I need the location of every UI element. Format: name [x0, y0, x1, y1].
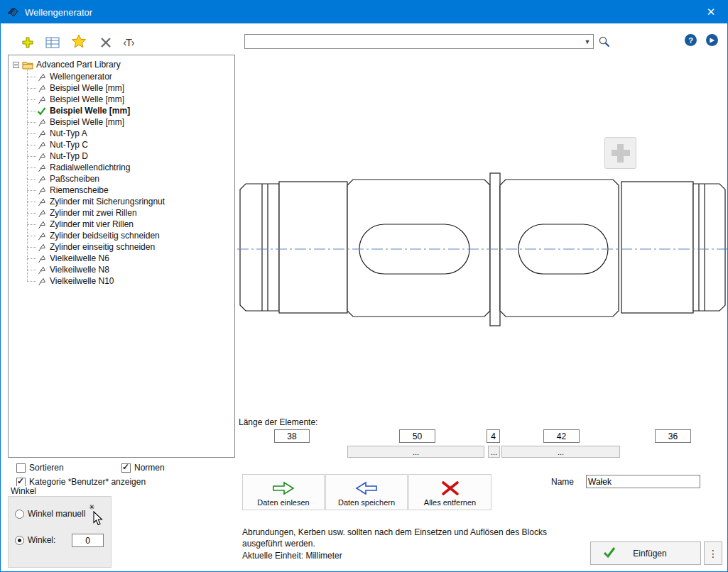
length-input-1[interactable] [274, 429, 310, 443]
part-flag-icon [37, 265, 47, 275]
winkel-value-radio[interactable] [15, 536, 24, 545]
app-icon [6, 6, 21, 18]
name-label: Name [551, 477, 574, 487]
add-part-button[interactable] [19, 34, 36, 51]
tree-connector [27, 270, 36, 270]
kategorie-checkbox[interactable] [16, 478, 26, 487]
length-input-4[interactable] [543, 429, 580, 443]
tree-item[interactable]: Beispiel Welle [mm] [13, 116, 233, 128]
tree-item[interactable]: Nut-Typ D [13, 150, 233, 162]
combo-dropdown-arrow-icon[interactable]: ▼ [582, 35, 593, 48]
tree-item[interactable]: Riemenscheibe [13, 185, 233, 196]
table-view-button[interactable] [44, 34, 61, 51]
daten-speichern-label: Daten speichern [338, 498, 395, 507]
help-button[interactable]: ? [685, 34, 697, 46]
winkel-manuell-label: Winkel manuell [28, 509, 85, 519]
length-input-3[interactable] [487, 429, 500, 443]
tree-item-label: Beispiel Welle [mm] [50, 94, 124, 104]
sortieren-checkbox[interactable] [16, 463, 26, 473]
winkel-manuell-radio[interactable] [15, 510, 24, 519]
part-flag-icon [37, 197, 47, 207]
sortieren-option[interactable]: Sortieren [16, 463, 64, 473]
tree-item[interactable]: Zylinder mit vier Rillen [13, 219, 233, 230]
kategorie-option[interactable]: Kategorie *Benutzer* anzeigen [16, 477, 146, 487]
star-icon [71, 33, 87, 49]
part-flag-icon [37, 163, 47, 172]
tree-item[interactable]: Zylinder einseitig schneiden [13, 241, 233, 253]
winkel-value-input[interactable] [72, 534, 104, 547]
element3-options-button[interactable]: ... [488, 446, 500, 458]
einfuegen-button[interactable]: Einfügen [590, 541, 701, 565]
search-input[interactable] [245, 35, 582, 48]
collapse-icon[interactable] [13, 62, 19, 68]
part-library-tree[interactable]: Advanced Part Library WellengeneratorBei… [8, 55, 235, 458]
title-bar: Wellengenerator ✕ [1, 1, 727, 23]
tree-item-label: Radialwellendichtring [50, 163, 130, 172]
tree-item[interactable]: Vielkeilwelle N8 [13, 264, 233, 275]
tree-connector [27, 167, 36, 168]
part-flag-icon [37, 220, 47, 229]
winkel-group-label: Winkel [9, 486, 38, 496]
element4-options-button[interactable]: ... [501, 446, 620, 458]
name-input[interactable] [586, 475, 700, 488]
demo-button[interactable]: ▶ [706, 34, 718, 46]
part-flag-icon [37, 129, 47, 138]
winkel-manuell-option[interactable]: Winkel manuell [15, 509, 85, 519]
tree-item[interactable]: Vielkeilwelle N10 [13, 275, 233, 287]
close-button[interactable]: ✕ [695, 1, 727, 23]
tree-item[interactable]: Zylinder mit Sicherungsringnut [13, 196, 233, 207]
lengths-label: Länge der Elemente: [239, 417, 317, 427]
tree-item[interactable]: Wellengenerator [13, 71, 233, 82]
daten-speichern-button[interactable]: Daten speichern [325, 474, 408, 510]
tree-item[interactable]: Paßscheiben [13, 173, 233, 185]
kategorie-label: Kategorie *Benutzer* anzeigen [29, 477, 146, 487]
daten-einlesen-label: Daten einlesen [257, 498, 309, 507]
tree-item[interactable]: Radialwellendichtring [13, 162, 233, 173]
part-flag-icon [37, 209, 47, 218]
tree-connector [27, 281, 36, 282]
daten-einlesen-button[interactable]: Daten einlesen [242, 474, 325, 510]
length-input-5[interactable] [655, 429, 691, 443]
text-tool-button[interactable]: ‹T› [120, 34, 137, 51]
hint-text: Abrundungen, Kerben usw. sollten nach de… [242, 527, 547, 549]
tree-connector [27, 145, 36, 145]
tree-connector [27, 213, 36, 214]
more-options-button[interactable]: ⋮ [704, 541, 722, 565]
question-icon: ? [688, 36, 693, 45]
unit-text: Aktuelle Einheit: Millimeter [242, 551, 342, 561]
element2-options-button[interactable]: ... [347, 446, 484, 458]
tree-item-selected[interactable]: Beispiel Welle [mm] [13, 105, 233, 116]
part-flag-icon [37, 231, 47, 241]
add-element-button[interactable] [604, 137, 636, 169]
tree-item-label: Beispiel Welle [mm] [50, 83, 124, 93]
einfuegen-label: Einfügen [616, 549, 683, 559]
delete-button[interactable] [97, 34, 114, 51]
tree-item[interactable]: Beispiel Welle [mm] [13, 82, 233, 94]
wellengenerator-dialog: Wellengenerator ✕ ‹T› ▼ [0, 0, 728, 572]
length-input-2[interactable] [399, 429, 435, 443]
normen-checkbox[interactable] [121, 463, 131, 473]
tree-item[interactable]: Vielkeilwelle N6 [13, 253, 233, 264]
alles-entfernen-button[interactable]: Alles entfernen [408, 474, 491, 510]
tree-item[interactable]: Zylinder beidseitig schneiden [13, 230, 233, 241]
search-button[interactable] [596, 33, 613, 50]
favorites-button[interactable] [70, 33, 87, 50]
search-icon [598, 35, 611, 48]
tree-items: WellengeneratorBeispiel Welle [mm]Beispi… [13, 71, 233, 287]
table-icon [45, 37, 60, 48]
tree-item[interactable]: Nut-Typ A [13, 128, 233, 139]
tree-root[interactable]: Advanced Part Library [13, 59, 233, 70]
winkel-value-option[interactable]: Winkel: [15, 535, 55, 545]
search-combobox[interactable]: ▼ [244, 34, 594, 49]
tree-item[interactable]: Nut-Typ C [13, 139, 233, 150]
part-flag-icon [37, 141, 47, 150]
tree-item[interactable]: Beispiel Welle [mm] [13, 94, 233, 105]
check-icon [37, 106, 47, 116]
tree-item-label: Zylinder mit vier Rillen [50, 219, 134, 229]
remove-all-icon [440, 480, 460, 497]
text-tool-icon: ‹T› [124, 37, 134, 48]
normen-option[interactable]: Normen [121, 463, 165, 473]
tree-connector [27, 247, 36, 248]
tree-item[interactable]: Zylinder mit zwei Rillen [13, 207, 233, 219]
alles-entfernen-label: Alles entfernen [424, 498, 476, 507]
